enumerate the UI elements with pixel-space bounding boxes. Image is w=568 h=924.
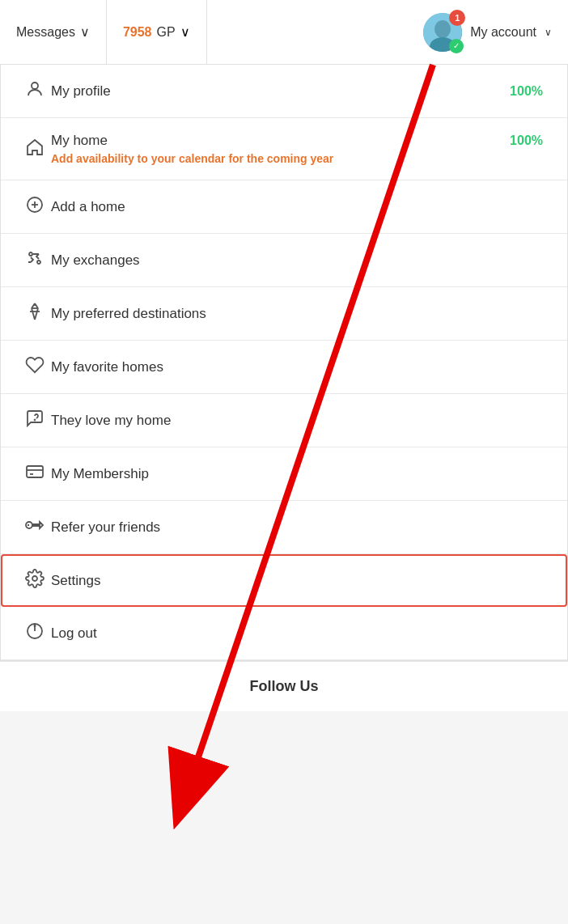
gp-chevron: ∨ xyxy=(180,24,190,40)
svg-point-1 xyxy=(434,20,451,38)
gp-menu[interactable]: 7958 GP ∨ xyxy=(107,0,207,64)
home-icon xyxy=(25,138,51,161)
svg-rect-17 xyxy=(27,466,43,477)
favorites-icon xyxy=(25,355,51,379)
svg-point-3 xyxy=(32,83,38,89)
logout-icon xyxy=(25,621,51,645)
they-love-label: They love my home xyxy=(51,413,171,429)
svg-line-13 xyxy=(32,308,35,320)
messages-menu[interactable]: Messages ∨ xyxy=(0,0,107,64)
settings-label: Settings xyxy=(51,573,100,589)
membership-content: My Membership xyxy=(51,466,543,482)
refer-label: Refer your friends xyxy=(51,519,160,536)
membership-label: My Membership xyxy=(51,466,149,482)
menu-item-destinations[interactable]: My preferred destinations xyxy=(1,287,567,341)
messages-label: Messages xyxy=(16,25,75,40)
menu-item-refer[interactable]: Refer your friends xyxy=(1,501,567,554)
svg-point-21 xyxy=(32,576,37,581)
refer-icon xyxy=(25,515,51,539)
membership-icon xyxy=(25,462,51,485)
menu-item-my-exchanges[interactable]: My exchanges xyxy=(1,234,567,287)
add-home-icon xyxy=(25,195,51,218)
svg-point-8 xyxy=(37,261,40,264)
settings-content: Settings xyxy=(51,573,543,589)
account-menu[interactable]: 1 ✓ My account ∨ xyxy=(407,0,568,64)
menu-item-settings[interactable]: Settings xyxy=(1,554,567,607)
exchanges-label: My exchanges xyxy=(51,252,140,269)
exchanges-icon xyxy=(25,248,51,272)
header: Messages ∨ 7958 GP ∨ 1 ✓ My account ∨ xyxy=(0,0,568,65)
home-content: My home 100% Add availability to your ca… xyxy=(51,133,543,165)
notification-badge: 1 xyxy=(449,10,465,26)
home-percent: 100% xyxy=(510,134,543,148)
menu-item-membership[interactable]: My Membership xyxy=(1,447,567,501)
account-chevron: ∨ xyxy=(545,27,552,38)
svg-point-7 xyxy=(29,252,32,256)
home-label: My home xyxy=(51,133,108,149)
settings-icon xyxy=(25,569,51,592)
menu-item-favorites[interactable]: My favorite homes xyxy=(1,341,567,394)
account-label: My account xyxy=(470,25,536,40)
avatar-wrap: 1 ✓ xyxy=(423,13,462,52)
logout-content: Log out xyxy=(51,625,543,642)
destinations-content: My preferred destinations xyxy=(51,306,543,322)
they-love-content: They love my home xyxy=(51,413,543,429)
gp-value: 7958 xyxy=(123,25,152,40)
refer-content: Refer your friends xyxy=(51,519,543,536)
messages-chevron: ∨ xyxy=(80,24,90,40)
menu-item-my-home[interactable]: My home 100% Add availability to your ca… xyxy=(1,118,567,180)
verified-badge: ✓ xyxy=(449,39,464,53)
profile-content: My profile 100% xyxy=(51,83,543,100)
profile-label: My profile xyxy=(51,83,111,100)
follow-us: Follow Us xyxy=(0,661,568,711)
svg-point-16 xyxy=(35,420,36,421)
logout-label: Log out xyxy=(51,625,97,642)
exchanges-content: My exchanges xyxy=(51,252,543,269)
gp-label: GP xyxy=(157,25,176,40)
add-home-content: Add a home xyxy=(51,199,543,215)
destinations-icon xyxy=(25,302,51,325)
profile-icon xyxy=(25,79,51,103)
svg-line-14 xyxy=(35,308,38,320)
profile-percent: 100% xyxy=(510,84,543,99)
home-subtext: Add availability to your calendar for th… xyxy=(51,152,543,165)
they-love-icon xyxy=(25,409,51,432)
favorites-content: My favorite homes xyxy=(51,359,543,375)
follow-us-text: Follow Us xyxy=(250,678,319,694)
menu-item-my-profile[interactable]: My profile 100% xyxy=(1,65,567,118)
add-home-label: Add a home xyxy=(51,199,125,215)
menu-item-add-home[interactable]: Add a home xyxy=(1,180,567,234)
dropdown-menu: My profile 100% My home 100% Add availab… xyxy=(0,65,568,661)
menu-item-they-love[interactable]: They love my home xyxy=(1,394,567,447)
destinations-label: My preferred destinations xyxy=(51,306,206,322)
menu-item-logout[interactable]: Log out xyxy=(1,607,567,660)
favorites-label: My favorite homes xyxy=(51,359,163,375)
